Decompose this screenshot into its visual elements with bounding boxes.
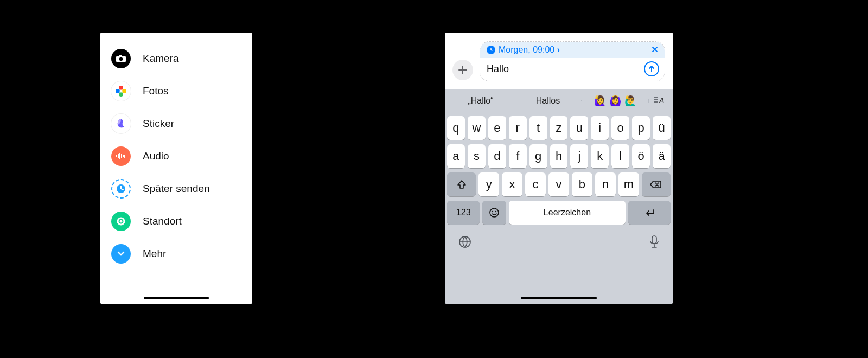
key-h[interactable]: h xyxy=(550,144,568,168)
menu-item-location[interactable]: Standort xyxy=(100,205,252,238)
suggestion-2[interactable]: Hallos xyxy=(514,96,582,106)
clock-icon xyxy=(111,179,131,199)
keyboard: q w e r t z u i o p ü a s d f g h j k l … xyxy=(445,113,673,225)
keyboard-row-1: q w e r t z u i o p ü xyxy=(447,116,671,140)
key-d[interactable]: d xyxy=(488,144,506,168)
key-u[interactable]: u xyxy=(570,116,588,140)
key-k[interactable]: k xyxy=(591,144,609,168)
svg-rect-10 xyxy=(119,153,120,159)
mic-icon[interactable] xyxy=(649,235,660,252)
key-g[interactable]: g xyxy=(529,144,547,168)
svg-rect-11 xyxy=(121,154,122,158)
svg-point-20 xyxy=(495,211,496,212)
key-i[interactable]: i xyxy=(591,116,609,140)
svg-point-7 xyxy=(120,90,123,93)
svg-rect-8 xyxy=(116,155,117,157)
key-c[interactable]: c xyxy=(525,172,546,196)
key-s[interactable]: s xyxy=(468,144,486,168)
emoji-suggestion[interactable]: 🙆‍♀️ xyxy=(609,95,621,107)
home-indicator[interactable] xyxy=(144,297,209,299)
suggestion-1[interactable]: „Hallo“ xyxy=(447,96,514,106)
menu-item-label: Kamera xyxy=(143,53,179,65)
key-j[interactable]: j xyxy=(570,144,588,168)
key-p[interactable]: p xyxy=(632,116,650,140)
key-w[interactable]: w xyxy=(468,116,486,140)
key-q[interactable]: q xyxy=(447,116,465,140)
sticker-icon xyxy=(111,114,131,133)
svg-point-3 xyxy=(119,86,123,90)
schedule-text: Morgen, 09:00 xyxy=(499,45,560,55)
menu-item-label: Sticker xyxy=(143,118,174,130)
key-space[interactable]: Leerzeichen xyxy=(509,201,626,225)
add-attachment-button[interactable] xyxy=(452,60,473,80)
key-oe[interactable]: ö xyxy=(632,144,650,168)
svg-rect-2 xyxy=(119,55,122,56)
location-icon xyxy=(111,212,131,231)
schedule-chip[interactable]: Morgen, 09:00 xyxy=(480,42,665,58)
menu-item-audio[interactable]: Audio xyxy=(100,140,252,172)
key-v[interactable]: v xyxy=(548,172,569,196)
svg-rect-12 xyxy=(123,155,124,157)
menu-item-camera[interactable]: Kamera xyxy=(100,42,252,75)
key-l[interactable]: l xyxy=(611,144,629,168)
keyboard-row-3: y x c v b n m xyxy=(447,172,671,196)
key-x[interactable]: x xyxy=(502,172,522,196)
audio-icon xyxy=(111,146,131,166)
emoji-suggestion[interactable]: 🙋‍♂️ xyxy=(624,95,636,107)
globe-icon[interactable] xyxy=(458,235,472,252)
key-b[interactable]: b xyxy=(572,172,592,196)
key-backspace[interactable] xyxy=(642,172,671,196)
svg-rect-22 xyxy=(652,236,656,244)
key-n[interactable]: n xyxy=(595,172,616,196)
keyboard-row-2: a s d f g h j k l ö ä xyxy=(447,144,671,168)
svg-text:A: A xyxy=(659,96,664,104)
menu-item-photos[interactable]: Fotos xyxy=(100,75,252,107)
key-e[interactable]: e xyxy=(488,116,506,140)
message-input[interactable]: Hallo xyxy=(487,63,644,75)
menu-item-more[interactable]: Mehr xyxy=(100,238,252,270)
menu-item-label: Mehr xyxy=(143,248,166,260)
clock-icon xyxy=(487,46,495,54)
send-button[interactable] xyxy=(644,61,659,76)
svg-rect-9 xyxy=(118,154,119,158)
key-y[interactable]: y xyxy=(478,172,499,196)
home-indicator[interactable] xyxy=(521,297,597,299)
chevron-down-icon xyxy=(111,244,131,264)
key-emoji[interactable] xyxy=(482,201,506,225)
svg-point-5 xyxy=(119,92,123,97)
menu-item-label: Audio xyxy=(143,150,169,162)
key-a[interactable]: a xyxy=(447,144,465,168)
key-o[interactable]: o xyxy=(611,116,629,140)
key-m[interactable]: m xyxy=(618,172,639,196)
svg-point-6 xyxy=(116,89,120,93)
key-ue[interactable]: ü xyxy=(653,116,671,140)
suggestion-bar: „Hallo“ Hallos 🙋‍♀️ 🙆‍♀️ 🙋‍♂️ A xyxy=(445,89,673,113)
svg-rect-13 xyxy=(124,155,125,158)
keyboard-bottom-bar xyxy=(445,225,673,255)
svg-point-1 xyxy=(119,57,123,61)
emoji-suggestion[interactable]: 🙋‍♀️ xyxy=(594,95,606,107)
key-t[interactable]: t xyxy=(529,116,547,140)
svg-point-4 xyxy=(122,89,126,93)
menu-item-send-later[interactable]: Später senden xyxy=(100,172,252,205)
key-numeric[interactable]: 123 xyxy=(447,201,480,225)
suggestion-emojis[interactable]: 🙋‍♀️ 🙆‍♀️ 🙋‍♂️ xyxy=(582,95,649,107)
menu-item-label: Standort xyxy=(143,215,182,227)
key-return[interactable] xyxy=(628,201,671,225)
svg-point-19 xyxy=(492,211,493,212)
menu-item-label: Fotos xyxy=(143,85,169,97)
attachment-menu-list: Kamera Fotos Sticker xyxy=(100,33,252,270)
key-ae[interactable]: ä xyxy=(653,144,671,168)
font-style-button[interactable]: A xyxy=(649,95,671,106)
menu-item-sticker[interactable]: Sticker xyxy=(100,107,252,140)
compose-area: Morgen, 09:00 Hallo xyxy=(445,33,673,89)
svg-point-16 xyxy=(120,220,123,223)
key-z[interactable]: z xyxy=(550,116,568,140)
key-r[interactable]: r xyxy=(509,116,527,140)
close-icon[interactable] xyxy=(652,45,658,55)
compose-keyboard-panel: Morgen, 09:00 Hallo „Hallo“ Hallos 🙋‍♀️ xyxy=(445,33,673,304)
key-shift[interactable] xyxy=(447,172,476,196)
attachment-menu-panel: Kamera Fotos Sticker xyxy=(100,33,252,304)
svg-point-18 xyxy=(490,208,499,217)
key-f[interactable]: f xyxy=(509,144,527,168)
